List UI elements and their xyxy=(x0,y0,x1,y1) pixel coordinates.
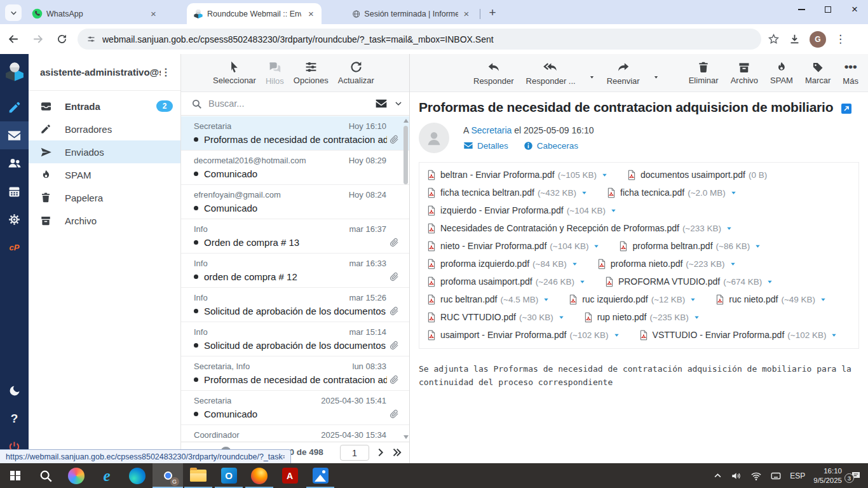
scrollbar-thumb[interactable] xyxy=(403,126,408,184)
attachment-menu-caret-icon[interactable] xyxy=(579,278,586,285)
attachment-link[interactable]: proforma izquierdo.pdf(~84 KB) xyxy=(427,259,578,269)
attachment-link[interactable]: proforma usaimport.pdf(~246 KB) xyxy=(427,276,586,287)
taskbar-photos-button[interactable] xyxy=(305,463,336,488)
rail-contacts-button[interactable] xyxy=(0,149,29,177)
folder-inbox[interactable]: Entrada 2 xyxy=(29,95,180,118)
message-row[interactable]: SecretariaHoy 16:10 Proformas de necesid… xyxy=(181,116,409,151)
rail-help-button[interactable]: ? xyxy=(0,405,29,433)
forward-button[interactable]: Reenviar xyxy=(607,60,640,86)
tab-close-icon[interactable]: × xyxy=(462,8,471,19)
taskbar-file-explorer-button[interactable] xyxy=(183,463,214,488)
window-close-button[interactable]: × xyxy=(841,0,868,19)
delete-button[interactable]: Eliminar xyxy=(689,61,719,85)
tab-close-icon[interactable]: × xyxy=(306,8,316,19)
attachment-menu-caret-icon[interactable] xyxy=(726,225,733,232)
folder-archive[interactable]: Archivo xyxy=(29,209,180,232)
browser-profile-avatar[interactable]: G xyxy=(810,31,826,48)
attachment-menu-caret-icon[interactable] xyxy=(581,189,588,196)
refresh-button[interactable]: Actualizar xyxy=(338,60,374,85)
message-row[interactable]: Secretaria2025-04-30 15:41 Comunicado xyxy=(181,391,409,425)
attachment-menu-caret-icon[interactable] xyxy=(571,261,578,268)
taskbar-firefox-button[interactable] xyxy=(244,463,275,488)
taskbar-edge-button[interactable] xyxy=(122,463,153,488)
attachment-link[interactable]: ruc beltran.pdf(~4.5 MB) xyxy=(427,294,550,305)
rail-settings-button[interactable] xyxy=(0,205,29,233)
reload-button[interactable] xyxy=(51,29,72,50)
site-settings-icon[interactable] xyxy=(86,34,96,44)
search-scope-mail-icon[interactable] xyxy=(375,97,388,110)
attachment-link[interactable]: proforma beltran.pdf(~86 KB) xyxy=(619,241,761,252)
attachment-link[interactable]: ficha tecnica.pdf(~2.0 MB) xyxy=(607,187,737,198)
attachment-link[interactable]: ruc nieto.pdf(~49 KB) xyxy=(715,294,827,305)
spam-button[interactable]: SPAM xyxy=(770,61,793,85)
attachment-menu-caret-icon[interactable] xyxy=(543,296,550,303)
tab-whatsapp[interactable]: WhatsApp × xyxy=(25,3,164,24)
select-button[interactable]: Seleccionar xyxy=(213,60,256,85)
open-in-new-window-icon[interactable] xyxy=(841,104,851,114)
account-menu-icon[interactable]: ⋮ xyxy=(161,66,171,78)
last-page-icon[interactable] xyxy=(391,447,402,458)
attachment-menu-caret-icon[interactable] xyxy=(689,296,696,303)
taskbar-chrome-button[interactable]: G xyxy=(153,463,183,488)
attachment-menu-caret-icon[interactable] xyxy=(754,243,761,250)
address-bar[interactable]: webmail.sanjuan.gob.ec/cpsess8502483230/… xyxy=(78,29,761,50)
tab-search-button[interactable] xyxy=(5,4,22,21)
attachment-menu-caret-icon[interactable] xyxy=(693,314,700,321)
new-tab-button[interactable]: + xyxy=(484,4,501,21)
folder-trash[interactable]: Papelera xyxy=(29,186,180,209)
forward-button[interactable] xyxy=(27,29,48,50)
attachment-link[interactable]: izquierdo - Enviar Proforma.pdf(~104 KB) xyxy=(427,205,617,216)
attachment-link[interactable]: beltran - Enviar Proforma.pdf(~105 KB) xyxy=(427,170,608,180)
window-minimize-button[interactable] xyxy=(788,0,815,19)
tab-close-icon[interactable]: × xyxy=(148,8,159,19)
page-input[interactable] xyxy=(340,445,369,461)
bookmark-star-icon[interactable] xyxy=(768,33,780,45)
scrollbar-up-arrow[interactable] xyxy=(403,119,409,123)
reply-button[interactable]: Responder xyxy=(473,60,514,86)
details-toggle[interactable]: Detalles xyxy=(463,140,508,151)
list-scrollbar[interactable] xyxy=(403,118,409,440)
attachment-link[interactable]: RUC VTTUDIO.pdf(~30 KB) xyxy=(427,312,565,323)
forward-caret-icon[interactable] xyxy=(653,74,659,80)
tray-touch-keyboard-icon[interactable] xyxy=(770,470,782,482)
start-button[interactable] xyxy=(0,463,31,488)
recipient-link[interactable]: Secretaria xyxy=(471,125,512,135)
tray-action-center-button[interactable]: 3 xyxy=(850,470,862,482)
attachment-menu-caret-icon[interactable] xyxy=(729,261,736,268)
tray-clock[interactable]: 16:10 9/5/2025 xyxy=(813,466,842,485)
attachment-menu-caret-icon[interactable] xyxy=(820,296,827,303)
tab-roundcube[interactable]: Roundcube Webmail :: Enviados × xyxy=(187,3,322,24)
tray-volume-icon[interactable] xyxy=(731,470,742,482)
rail-compose-button[interactable] xyxy=(0,93,29,121)
attachment-link[interactable]: ruc izquierdo.pdf(~12 KB) xyxy=(569,294,696,305)
rail-cpanel-button[interactable]: cP xyxy=(0,233,29,261)
attachment-link[interactable]: proforma nieto.pdf(~223 KB) xyxy=(597,259,736,269)
browser-menu-icon[interactable]: ⋮ xyxy=(835,32,846,46)
attachment-menu-caret-icon[interactable] xyxy=(593,243,600,250)
message-row[interactable]: Infomar 16:33 orden de compra # 12 xyxy=(181,254,409,288)
search-options-chevron-icon[interactable] xyxy=(394,99,403,108)
taskbar-acrobat-button[interactable]: A xyxy=(275,463,305,488)
search-input[interactable] xyxy=(208,98,375,109)
taskbar-outlook-button[interactable]: O xyxy=(214,463,244,488)
message-row[interactable]: Infomar 15:26 Solicitud de aprobación de… xyxy=(181,288,409,322)
mark-button[interactable]: Marcar xyxy=(805,61,831,85)
folder-spam[interactable]: SPAM xyxy=(29,163,180,186)
attachment-link[interactable]: rup nieto.pdf(~235 KB) xyxy=(584,312,700,323)
account-header[interactable]: asistente-administrativo@sa... ⋮ xyxy=(29,54,180,91)
message-row[interactable]: Secretaria, Infolun 08:33 Proformas de n… xyxy=(181,356,409,391)
more-button[interactable]: ••• Más xyxy=(843,60,858,86)
attachment-menu-caret-icon[interactable] xyxy=(766,278,773,285)
message-row[interactable]: Infomar 15:14 Solicitud de aprobación de… xyxy=(181,322,409,356)
attachment-link[interactable]: nieto - Enviar Proforma.pdf(~104 KB) xyxy=(427,241,600,252)
attachment-menu-caret-icon[interactable] xyxy=(558,314,565,321)
taskbar-copilot-button[interactable] xyxy=(61,463,92,488)
attachment-menu-caret-icon[interactable] xyxy=(730,189,737,196)
message-row[interactable]: Coordinador2025-04-30 15:34 xyxy=(181,425,409,442)
headers-toggle[interactable]: Cabeceras xyxy=(524,141,578,151)
rail-mail-button[interactable] xyxy=(0,121,29,149)
tray-wifi-icon[interactable] xyxy=(750,470,762,482)
message-row[interactable]: efrenfoyain@gmail.comHoy 08:24 Comunicad… xyxy=(181,185,409,219)
folder-drafts[interactable]: Borradores xyxy=(29,118,180,140)
options-button[interactable]: Opciones xyxy=(294,60,329,85)
